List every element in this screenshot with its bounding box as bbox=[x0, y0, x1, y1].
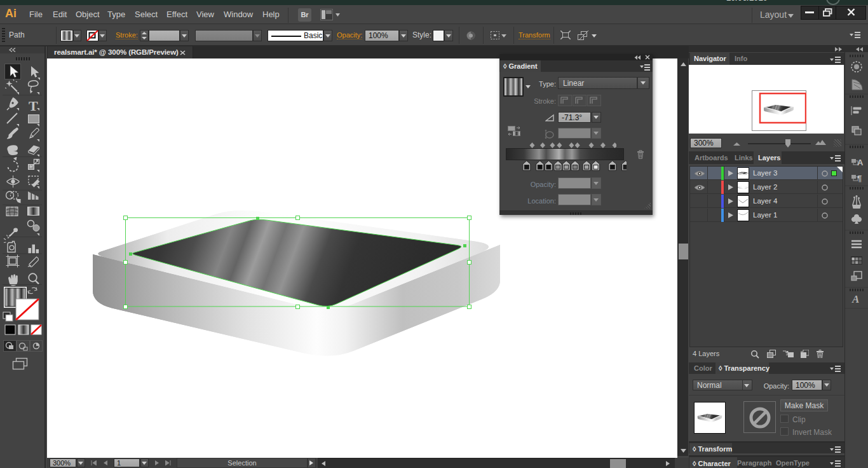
svg-text:¶: ¶ bbox=[857, 174, 862, 183]
svg-text:A: A bbox=[857, 158, 864, 167]
svg-text:T: T bbox=[29, 98, 38, 114]
svg-text:A: A bbox=[851, 293, 859, 305]
